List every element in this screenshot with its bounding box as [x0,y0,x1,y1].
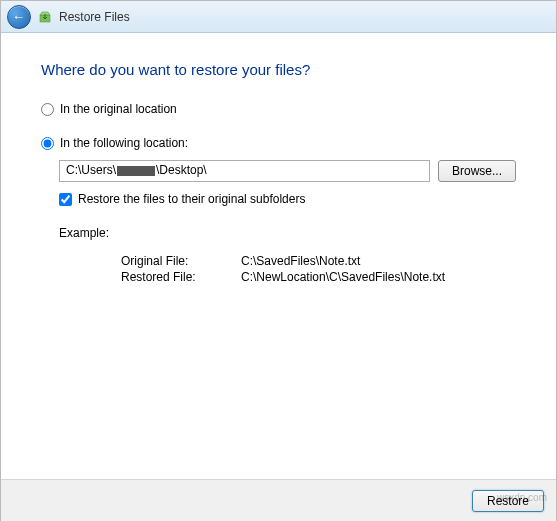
footer: Restore [1,479,556,521]
page-heading: Where do you want to restore your files? [41,61,516,78]
example-grid: Original File: C:\SavedFiles\Note.txt Re… [121,254,516,284]
back-button[interactable]: ← [7,5,31,29]
location-row: C:\Users\\Desktop\ Browse... [59,160,516,182]
radio-following-input[interactable] [41,137,54,150]
subfolders-checkbox[interactable] [59,193,72,206]
restore-app-icon [37,9,53,25]
subfolders-checkbox-row[interactable]: Restore the files to their original subf… [59,192,516,206]
example-restored-label: Restored File: [121,270,241,284]
titlebar: ← Restore Files [1,1,556,33]
path-prefix: C:\Users\ [66,163,116,177]
example-label: Example: [59,226,516,240]
content-area: Where do you want to restore your files?… [1,33,556,284]
path-input[interactable]: C:\Users\\Desktop\ [59,160,430,182]
back-arrow-icon: ← [12,10,25,23]
redacted-username [117,166,155,176]
subfolders-label: Restore the files to their original subf… [78,192,305,206]
window-title: Restore Files [59,10,130,24]
path-suffix: \Desktop\ [156,163,207,177]
radio-following-location[interactable]: In the following location: [41,136,516,150]
example-original-value: C:\SavedFiles\Note.txt [241,254,516,268]
example-restored-value: C:\NewLocation\C\SavedFiles\Note.txt [241,270,516,284]
radio-following-label: In the following location: [60,136,188,150]
browse-button[interactable]: Browse... [438,160,516,182]
radio-original-input[interactable] [41,103,54,116]
radio-original-label: In the original location [60,102,177,116]
restore-button[interactable]: Restore [472,490,544,512]
example-original-label: Original File: [121,254,241,268]
radio-original-location[interactable]: In the original location [41,102,516,116]
